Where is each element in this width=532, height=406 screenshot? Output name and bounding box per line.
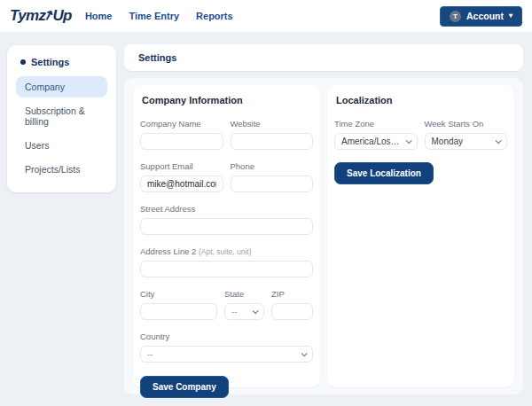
address-line2-hint: (Apt, suite, unit) (199, 247, 252, 256)
caret-down-icon: ▾ (509, 12, 512, 20)
week-starts-on-label: Week Starts On (425, 119, 508, 129)
sidebar-item-company[interactable]: Company (16, 76, 107, 98)
zip-input[interactable] (271, 303, 313, 320)
support-email-input[interactable] (140, 176, 223, 192)
localization-panel: Localization Time Zone America/Los_Angel… (327, 85, 514, 387)
avatar: T (450, 11, 461, 22)
sidebar-item-projects-lists[interactable]: Projects/Lists (16, 159, 107, 180)
top-navbar: Tymz↗Up Home Time Entry Reports T Accoun… (0, 0, 532, 32)
company-panel-title: Company Information (142, 95, 313, 105)
chevron-down-icon (405, 137, 411, 144)
company-name-label: Company Name (140, 119, 223, 129)
logo-text-prefix: Tymz (10, 7, 45, 25)
main-content: Settings Company Information Company Nam… (124, 44, 523, 394)
app-logo[interactable]: Tymz↗Up (10, 7, 72, 25)
settings-section: Company Information Company Name Website… (124, 78, 523, 394)
nav-item-time-entry[interactable]: Time Entry (129, 11, 179, 21)
settings-sidebar: Settings Company Subscription & billing … (7, 45, 116, 192)
city-label: City (140, 289, 217, 299)
time-zone-selected-value: America/Los_Angeles (341, 137, 402, 146)
time-zone-label: Time Zone (334, 119, 418, 129)
chevron-down-icon (301, 350, 308, 356)
phone-label: Phone (231, 161, 314, 171)
sidebar-item-users[interactable]: Users (16, 135, 107, 156)
state-label: State (224, 289, 264, 299)
account-label: Account (466, 11, 504, 21)
street-address-input[interactable] (140, 218, 313, 235)
chevron-down-icon (496, 137, 502, 144)
zip-label: ZIP (271, 289, 313, 299)
nav-item-home[interactable]: Home (85, 11, 113, 21)
country-label: Country (140, 332, 313, 341)
sidebar-header: Settings (16, 57, 107, 67)
address-line2-input[interactable] (140, 261, 313, 277)
account-menu-button[interactable]: T Account ▾ (440, 6, 522, 27)
company-name-input[interactable] (140, 133, 223, 150)
week-starts-on-selected-value: Monday (432, 137, 464, 146)
page-title-card: Settings (124, 44, 523, 71)
country-select[interactable]: -- (140, 346, 313, 363)
localization-panel-title: Localization (336, 95, 507, 105)
website-label: Website (231, 119, 314, 129)
state-select[interactable]: -- (224, 303, 264, 320)
settings-bullet-icon (20, 59, 26, 65)
street-address-label: Street Address (140, 204, 313, 214)
sidebar-header-label: Settings (31, 57, 69, 67)
address-line2-label: Address Line 2 (Apt, suite, unit) (140, 246, 313, 256)
website-input[interactable] (231, 133, 314, 150)
page-title: Settings (138, 52, 176, 63)
state-selected-value: -- (231, 307, 238, 316)
main-nav: Home Time Entry Reports (85, 11, 233, 21)
save-localization-button[interactable]: Save Localization (334, 162, 434, 184)
week-starts-on-select[interactable]: Monday (425, 133, 508, 150)
company-information-panel: Company Information Company Name Website… (133, 85, 320, 387)
chevron-down-icon (253, 308, 259, 314)
save-company-button[interactable]: Save Company (140, 376, 229, 398)
logo-text-suffix: Up (52, 7, 71, 25)
time-zone-select[interactable]: America/Los_Angeles (334, 133, 418, 150)
support-email-label: Support Email (140, 161, 223, 171)
phone-input[interactable] (231, 176, 314, 192)
city-input[interactable] (140, 303, 217, 320)
nav-item-reports[interactable]: Reports (196, 11, 233, 21)
country-selected-value: -- (147, 349, 153, 359)
sidebar-item-subscription-billing[interactable]: Subscription & billing (16, 100, 107, 132)
